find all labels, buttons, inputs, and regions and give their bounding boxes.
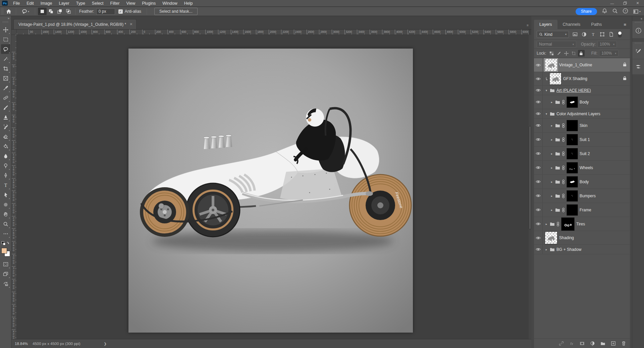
tab-paths[interactable]: Paths — [586, 20, 607, 29]
hand-tool[interactable] — [1, 209, 10, 219]
layer-name[interactable]: Frame — [580, 208, 591, 212]
layer-visibility-eye-icon[interactable] — [534, 189, 543, 203]
layer-name[interactable]: Wheels — [580, 165, 593, 170]
layer-name[interactable]: Tires — [576, 222, 585, 226]
link-layers-icon[interactable] — [558, 340, 564, 346]
layer-name[interactable]: Suit 1 — [580, 137, 590, 142]
toolbar-collapse-icon[interactable]: » — [8, 16, 11, 20]
layer-visibility-eye-icon[interactable] — [534, 72, 543, 85]
group-expand-chevron[interactable]: ▸ — [550, 152, 553, 155]
layer-row-shading[interactable]: Shading — [534, 231, 630, 245]
shape-tool[interactable] — [1, 200, 10, 209]
layer-mask-thumbnail[interactable] — [567, 190, 578, 202]
group-expand-chevron[interactable]: ▾ — [545, 112, 548, 116]
menu-filter[interactable]: Filter — [107, 0, 123, 6]
toolbar-grip[interactable] — [3, 21, 9, 23]
layer-name[interactable]: Color Adjustment Layers — [556, 112, 600, 116]
layer-row-vintage-1-outline[interactable]: Vintage_1_Outline — [534, 58, 630, 72]
anti-alias-checkbox[interactable]: ✓ — [118, 9, 123, 14]
layer-visibility-eye-icon[interactable] — [534, 109, 543, 118]
type-tool[interactable]: T — [1, 180, 10, 190]
close-button[interactable]: ✕ — [631, 0, 644, 6]
layer-visibility-eye-icon[interactable] — [534, 133, 543, 146]
expand-panels-icon[interactable]: « — [632, 16, 644, 21]
tab-layers[interactable]: Layers — [534, 20, 557, 29]
group-expand-chevron[interactable]: ▸ — [550, 138, 553, 141]
layer-mask-thumbnail[interactable] — [561, 217, 575, 231]
move-tool[interactable] — [1, 25, 10, 34]
panel-menu-icon[interactable]: ≡ — [624, 22, 630, 29]
healing-brush-tool[interactable] — [1, 93, 10, 102]
history-brush-tool[interactable] — [1, 122, 10, 132]
layer-row-body[interactable]: ▸Body — [534, 175, 630, 189]
mask-link-icon[interactable] — [562, 151, 565, 156]
layer-row-color-adjustment-layers[interactable]: ▾Color Adjustment Layers — [534, 109, 630, 119]
select-and-mask-button[interactable]: Select and Mask... — [154, 8, 198, 15]
notifications-bell-icon[interactable] — [602, 8, 607, 15]
group-expand-chevron[interactable]: ▸ — [550, 124, 553, 127]
layer-mask-thumbnail[interactable] — [567, 162, 578, 173]
filter-adjustment-layers-icon[interactable] — [581, 31, 587, 38]
vertical-ruler[interactable]: 2000200400600800100012001400160018002000… — [11, 35, 17, 339]
status-options-chevron[interactable]: ❯ — [104, 342, 107, 346]
horizontal-ruler[interactable]: 0016001400120010008006004002000200400600… — [17, 29, 529, 35]
brush-settings-panel-icon[interactable] — [632, 44, 644, 59]
menu-image[interactable]: Image — [37, 0, 56, 6]
layer-mask-thumbnail[interactable] — [567, 148, 578, 159]
menu-plugins[interactable]: Plugins — [139, 0, 159, 6]
mask-link-icon[interactable] — [562, 123, 565, 128]
group-expand-chevron[interactable]: ▸ — [550, 194, 553, 198]
menu-view[interactable]: View — [123, 0, 139, 6]
layer-name[interactable]: Skin — [580, 123, 587, 128]
filter-shape-layers-icon[interactable] — [599, 31, 605, 38]
layer-row-skin[interactable]: ▸Skin — [534, 119, 630, 133]
layer-visibility-eye-icon[interactable] — [534, 245, 543, 254]
layer-row-art-place-here-[interactable]: ▾Art (PLACE HERE) — [534, 86, 630, 95]
group-expand-chevron[interactable]: ▸ — [545, 248, 548, 251]
layer-row-wheels[interactable]: ▸Wheels — [534, 161, 630, 175]
layer-name[interactable]: Body — [580, 180, 589, 184]
mask-link-icon[interactable] — [556, 222, 559, 226]
layer-row-suit-1[interactable]: ▸Suit 1 — [534, 133, 630, 147]
workspace-switcher-icon[interactable]: ▾ — [633, 9, 641, 14]
mask-link-icon[interactable] — [562, 194, 565, 198]
eyedropper-tool[interactable] — [1, 83, 10, 93]
layer-name[interactable]: GFX Shading — [563, 76, 587, 81]
layer-row-body[interactable]: ▸Body — [534, 95, 630, 109]
layer-row-tires[interactable]: ▸Tires — [534, 217, 630, 231]
color-swatches[interactable] — [1, 248, 10, 257]
layer-name[interactable]: Vintage_1_Outline — [559, 63, 592, 67]
tab-channels[interactable]: Channels — [557, 20, 586, 29]
layer-mask-thumbnail[interactable] — [567, 120, 578, 131]
pen-tool[interactable] — [1, 170, 10, 180]
layer-name[interactable]: Suit 2 — [580, 151, 590, 156]
intersect-selection-mode[interactable] — [64, 8, 73, 15]
lasso-tool-preset[interactable]: ▾ — [19, 8, 32, 15]
add-to-selection-mode[interactable] — [47, 8, 55, 15]
pasteboard[interactable]: Firestone — [17, 35, 531, 339]
opacity-value[interactable]: 100%▾ — [597, 41, 617, 48]
lock-artboard-icon[interactable] — [571, 50, 577, 57]
mask-link-icon[interactable] — [562, 180, 565, 184]
group-expand-chevron[interactable]: ▸ — [545, 222, 548, 226]
group-expand-chevron[interactable]: ▸ — [550, 208, 553, 212]
layer-thumbnail[interactable] — [549, 73, 561, 85]
layer-row-bumpers[interactable]: ▸Bumpers — [534, 189, 630, 203]
document-tab[interactable]: Vintage-Paint_1.psd @ 18.8% (Vintage_1_O… — [13, 19, 137, 29]
layer-row-frame[interactable]: ▸Frame — [534, 203, 630, 217]
canvas[interactable]: Firestone — [128, 49, 413, 333]
restore-button[interactable] — [619, 0, 631, 6]
layer-visibility-eye-icon[interactable] — [534, 86, 543, 95]
menu-layer[interactable]: Layer — [55, 0, 72, 6]
menu-help[interactable]: Help — [181, 0, 196, 6]
feather-input[interactable] — [96, 8, 115, 15]
new-group-icon[interactable] — [600, 340, 606, 346]
layer-visibility-eye-icon[interactable] — [534, 175, 543, 189]
mask-link-icon[interactable] — [562, 137, 565, 142]
lock-transparency-icon[interactable] — [548, 50, 555, 57]
minimize-button[interactable]: — — [606, 0, 619, 6]
group-expand-chevron[interactable]: ▸ — [550, 100, 553, 104]
frame-tool[interactable] — [1, 73, 10, 83]
mask-link-icon[interactable] — [562, 208, 565, 212]
path-selection-tool[interactable] — [1, 190, 10, 200]
